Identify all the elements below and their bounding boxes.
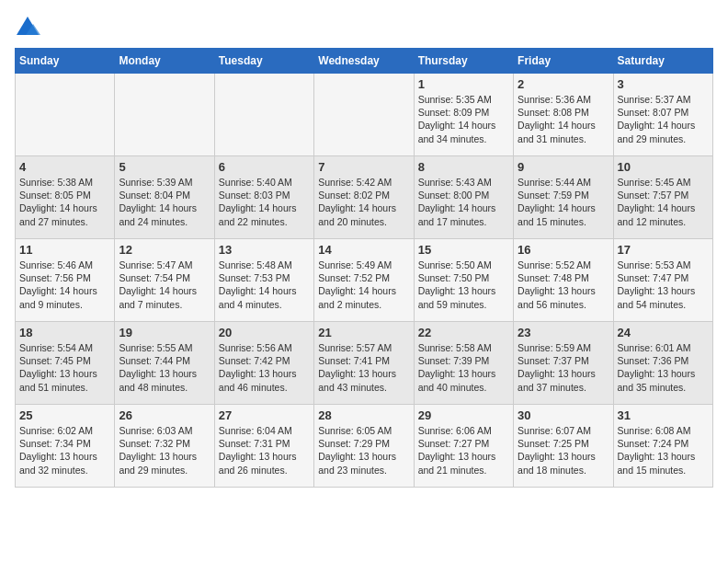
calendar-cell: 15Sunrise: 5:50 AMSunset: 7:50 PMDayligh…: [414, 239, 513, 322]
day-number: 29: [418, 408, 509, 422]
calendar-cell: 26Sunrise: 6:03 AMSunset: 7:32 PMDayligh…: [115, 405, 214, 488]
day-number: 20: [219, 326, 310, 339]
calendar-cell: 3Sunrise: 5:37 AMSunset: 8:07 PMDaylight…: [613, 74, 712, 156]
day-info: Sunrise: 5:52 AMSunset: 7:48 PMDaylight:…: [518, 259, 609, 311]
day-number: 13: [219, 243, 310, 257]
day-number: 18: [19, 326, 110, 339]
week-row-3: 11Sunrise: 5:46 AMSunset: 7:56 PMDayligh…: [16, 239, 713, 322]
calendar-cell: 1Sunrise: 5:35 AMSunset: 8:09 PMDaylight…: [414, 74, 513, 156]
calendar-cell: [314, 74, 414, 156]
calendar-cell: 19Sunrise: 5:55 AMSunset: 7:44 PMDayligh…: [115, 322, 214, 405]
calendar-cell: 18Sunrise: 5:54 AMSunset: 7:45 PMDayligh…: [16, 322, 115, 405]
calendar-cell: 8Sunrise: 5:43 AMSunset: 8:00 PMDaylight…: [414, 156, 513, 239]
logo: [15, 15, 44, 40]
week-row-5: 25Sunrise: 6:02 AMSunset: 7:34 PMDayligh…: [16, 405, 713, 488]
day-info: Sunrise: 6:06 AMSunset: 7:27 PMDaylight:…: [418, 424, 509, 477]
calendar-cell: 27Sunrise: 6:04 AMSunset: 7:31 PMDayligh…: [214, 405, 313, 488]
calendar-cell: 13Sunrise: 5:48 AMSunset: 7:53 PMDayligh…: [214, 239, 313, 322]
day-number: 8: [418, 160, 509, 174]
day-number: 16: [518, 243, 609, 257]
day-number: 17: [618, 243, 709, 257]
calendar-cell: 29Sunrise: 6:06 AMSunset: 7:27 PMDayligh…: [414, 405, 513, 488]
day-number: 19: [119, 326, 210, 339]
calendar-cell: 12Sunrise: 5:47 AMSunset: 7:54 PMDayligh…: [115, 239, 214, 322]
day-info: Sunrise: 5:48 AMSunset: 7:53 PMDaylight:…: [219, 259, 310, 311]
calendar-header-row: SundayMondayTuesdayWednesdayThursdayFrid…: [16, 49, 713, 74]
calendar-cell: 31Sunrise: 6:08 AMSunset: 7:24 PMDayligh…: [613, 405, 712, 488]
header-friday: Friday: [514, 49, 613, 74]
header-saturday: Saturday: [613, 49, 712, 74]
day-number: 7: [318, 160, 409, 174]
calendar-cell: 23Sunrise: 5:59 AMSunset: 7:37 PMDayligh…: [514, 322, 613, 405]
day-number: 24: [618, 326, 709, 339]
day-number: 22: [418, 326, 509, 339]
day-number: 2: [518, 77, 609, 91]
day-info: Sunrise: 5:50 AMSunset: 7:50 PMDaylight:…: [418, 259, 509, 311]
calendar-cell: 5Sunrise: 5:39 AMSunset: 8:04 PMDaylight…: [115, 156, 214, 239]
day-number: 30: [518, 408, 609, 422]
day-info: Sunrise: 5:42 AMSunset: 8:02 PMDaylight:…: [318, 176, 409, 228]
day-number: 26: [119, 408, 210, 422]
day-info: Sunrise: 5:58 AMSunset: 7:39 PMDaylight:…: [418, 341, 509, 394]
day-info: Sunrise: 6:08 AMSunset: 7:24 PMDaylight:…: [618, 424, 709, 477]
calendar-cell: 22Sunrise: 5:58 AMSunset: 7:39 PMDayligh…: [414, 322, 513, 405]
day-number: 12: [119, 243, 210, 257]
day-info: Sunrise: 5:56 AMSunset: 7:42 PMDaylight:…: [219, 341, 310, 394]
day-number: 3: [618, 77, 709, 91]
day-number: 23: [518, 326, 609, 339]
day-number: 5: [119, 160, 210, 174]
day-info: Sunrise: 6:03 AMSunset: 7:32 PMDaylight:…: [119, 424, 210, 477]
calendar-cell: 20Sunrise: 5:56 AMSunset: 7:42 PMDayligh…: [214, 322, 313, 405]
day-info: Sunrise: 5:46 AMSunset: 7:56 PMDaylight:…: [19, 259, 110, 311]
calendar-cell: 24Sunrise: 6:01 AMSunset: 7:36 PMDayligh…: [613, 322, 712, 405]
day-number: 1: [418, 77, 509, 91]
calendar-cell: 21Sunrise: 5:57 AMSunset: 7:41 PMDayligh…: [314, 322, 414, 405]
day-info: Sunrise: 6:04 AMSunset: 7:31 PMDaylight:…: [219, 424, 310, 477]
day-info: Sunrise: 5:36 AMSunset: 8:08 PMDaylight:…: [518, 93, 609, 145]
calendar-cell: 6Sunrise: 5:40 AMSunset: 8:03 PMDaylight…: [214, 156, 313, 239]
day-info: Sunrise: 6:07 AMSunset: 7:25 PMDaylight:…: [518, 424, 609, 477]
day-number: 21: [318, 326, 409, 339]
calendar-cell: 16Sunrise: 5:52 AMSunset: 7:48 PMDayligh…: [514, 239, 613, 322]
day-info: Sunrise: 5:47 AMSunset: 7:54 PMDaylight:…: [119, 259, 210, 311]
calendar-table: SundayMondayTuesdayWednesdayThursdayFrid…: [15, 48, 713, 488]
day-number: 4: [19, 160, 110, 174]
day-number: 25: [19, 408, 110, 422]
calendar-cell: 7Sunrise: 5:42 AMSunset: 8:02 PMDaylight…: [314, 156, 414, 239]
calendar-cell: 4Sunrise: 5:38 AMSunset: 8:05 PMDaylight…: [16, 156, 115, 239]
day-info: Sunrise: 5:54 AMSunset: 7:45 PMDaylight:…: [19, 341, 110, 394]
day-number: 15: [418, 243, 509, 257]
day-info: Sunrise: 5:59 AMSunset: 7:37 PMDaylight:…: [518, 341, 609, 394]
day-info: Sunrise: 5:53 AMSunset: 7:47 PMDaylight:…: [618, 259, 709, 311]
calendar-cell: 2Sunrise: 5:36 AMSunset: 8:08 PMDaylight…: [514, 74, 613, 156]
day-number: 28: [318, 408, 409, 422]
calendar-cell: 10Sunrise: 5:45 AMSunset: 7:57 PMDayligh…: [613, 156, 712, 239]
day-info: Sunrise: 5:43 AMSunset: 8:00 PMDaylight:…: [418, 176, 509, 228]
day-info: Sunrise: 5:45 AMSunset: 7:57 PMDaylight:…: [618, 176, 709, 228]
page-header: [15, 15, 713, 40]
calendar-cell: 9Sunrise: 5:44 AMSunset: 7:59 PMDaylight…: [514, 156, 613, 239]
header-monday: Monday: [115, 49, 214, 74]
calendar-cell: 14Sunrise: 5:49 AMSunset: 7:52 PMDayligh…: [314, 239, 414, 322]
logo-icon: [15, 15, 40, 40]
day-info: Sunrise: 5:37 AMSunset: 8:07 PMDaylight:…: [618, 93, 709, 145]
header-thursday: Thursday: [414, 49, 513, 74]
day-number: 6: [219, 160, 310, 174]
header-sunday: Sunday: [16, 49, 115, 74]
calendar-cell: 28Sunrise: 6:05 AMSunset: 7:29 PMDayligh…: [314, 405, 414, 488]
calendar-cell: 30Sunrise: 6:07 AMSunset: 7:25 PMDayligh…: [514, 405, 613, 488]
calendar-cell: 17Sunrise: 5:53 AMSunset: 7:47 PMDayligh…: [613, 239, 712, 322]
week-row-2: 4Sunrise: 5:38 AMSunset: 8:05 PMDaylight…: [16, 156, 713, 239]
day-info: Sunrise: 5:49 AMSunset: 7:52 PMDaylight:…: [318, 259, 409, 311]
day-number: 9: [518, 160, 609, 174]
day-info: Sunrise: 5:39 AMSunset: 8:04 PMDaylight:…: [119, 176, 210, 228]
day-info: Sunrise: 5:35 AMSunset: 8:09 PMDaylight:…: [418, 93, 509, 145]
day-info: Sunrise: 5:55 AMSunset: 7:44 PMDaylight:…: [119, 341, 210, 394]
calendar-cell: [115, 74, 214, 156]
day-info: Sunrise: 5:57 AMSunset: 7:41 PMDaylight:…: [318, 341, 409, 394]
calendar-cell: 25Sunrise: 6:02 AMSunset: 7:34 PMDayligh…: [16, 405, 115, 488]
day-number: 11: [19, 243, 110, 257]
day-number: 14: [318, 243, 409, 257]
day-info: Sunrise: 6:02 AMSunset: 7:34 PMDaylight:…: [19, 424, 110, 477]
calendar-cell: [214, 74, 313, 156]
